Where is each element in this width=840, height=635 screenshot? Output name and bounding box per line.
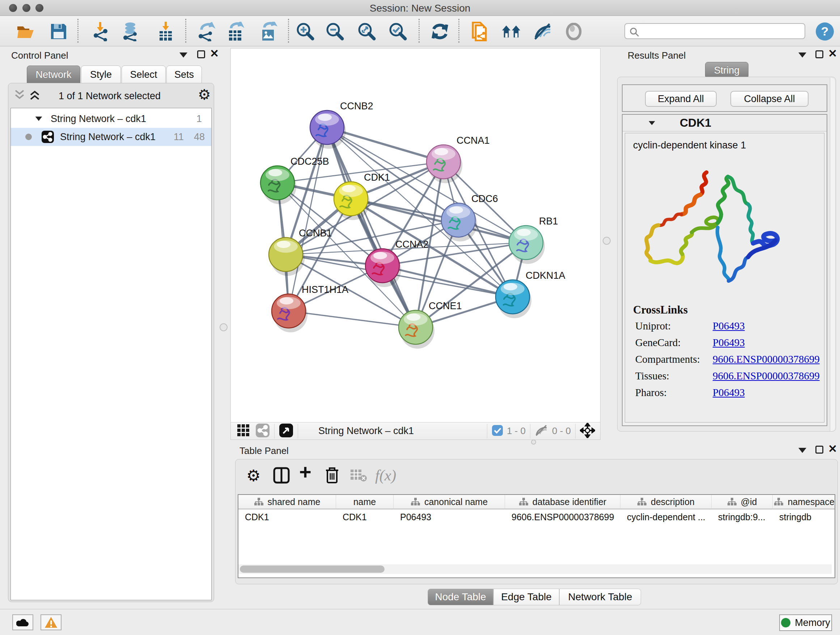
network-options-gear-icon[interactable]: ⚙ — [198, 86, 211, 103]
crosslink-link[interactable]: P06493 — [713, 386, 745, 399]
column-header-description[interactable]: description — [621, 495, 712, 509]
right-splitter-handle[interactable] — [603, 237, 611, 245]
results-panel-float-icon[interactable] — [815, 50, 823, 58]
network-selection-status: 1 of 1 Network selected — [8, 90, 211, 102]
table-panel-menu-caret-icon[interactable] — [798, 448, 806, 453]
show-eye-icon — [564, 21, 584, 42]
left-splitter-handle[interactable] — [219, 323, 227, 331]
network-share-view-icon[interactable] — [256, 423, 270, 439]
network-canvas[interactable]: CCNB2CCNA1CDC25BCDK1CDC6RB1CCNB1CCNA2CDK… — [231, 49, 600, 422]
table-hscrollbar-thumb[interactable] — [240, 565, 385, 573]
network-row-selected[interactable]: String Network – cdk1 11 48 — [11, 128, 211, 146]
crosslink-link[interactable]: P06493 — [713, 320, 745, 332]
gene-details: cyclin-dependent kinase 1 — [625, 133, 824, 423]
string-import-icon[interactable] — [470, 21, 490, 42]
node-CDK1[interactable]: CDK1 — [334, 172, 390, 220]
memory-button[interactable]: Memory — [779, 614, 832, 631]
help-icon[interactable]: ? — [815, 21, 835, 42]
column-header--id[interactable]: @id — [712, 495, 773, 509]
zoom-out-icon[interactable] — [325, 21, 345, 42]
column-header-name[interactable]: name — [336, 495, 393, 509]
tab-sets[interactable]: Sets — [166, 65, 202, 84]
save-session-icon[interactable] — [49, 21, 69, 42]
results-panel-close-icon[interactable]: ✕ — [828, 50, 837, 57]
tab-edge-table[interactable]: Edge Table — [493, 589, 559, 605]
export-image-icon[interactable] — [258, 21, 279, 42]
birdseye-view-icon[interactable] — [279, 423, 294, 439]
crosslink-link[interactable]: P06493 — [713, 337, 745, 348]
hide-unhide-icon[interactable] — [532, 21, 553, 42]
export-table-icon[interactable] — [226, 21, 246, 42]
crosslink-link[interactable]: 9606.ENSP00000378699 — [713, 370, 820, 382]
tab-node-table[interactable]: Node Table — [428, 589, 493, 605]
table-panel-float-icon[interactable] — [815, 446, 823, 454]
column-header-shared-name[interactable]: shared name — [238, 495, 336, 509]
zoom-fit-icon[interactable] — [357, 21, 377, 42]
column-header-canonical-name[interactable]: canonical name — [393, 495, 505, 509]
results-scrollbar[interactable] — [830, 78, 835, 431]
results-panel-menu-caret-icon[interactable] — [798, 52, 806, 57]
show-columns-icon[interactable] — [273, 466, 290, 485]
table-cell[interactable]: stringdb — [773, 510, 835, 524]
table-cell[interactable]: CDK1 — [238, 510, 336, 524]
import-table-icon[interactable] — [156, 21, 176, 42]
expand-all-button[interactable]: Expand All — [645, 91, 717, 107]
export-network-icon[interactable] — [196, 21, 216, 42]
column-header-namespace[interactable]: namespace — [773, 495, 835, 509]
selected-checkbox-icon[interactable] — [492, 424, 503, 438]
node-HIST1H1A[interactable]: HIST1H1A — [272, 284, 348, 333]
node-CCNE1[interactable]: CCNE1 — [399, 301, 462, 348]
warnings-button[interactable] — [41, 614, 62, 630]
table-cell[interactable]: 9606.ENSP00000378699 — [505, 510, 621, 524]
column-header-database-identifier[interactable]: database identifier — [505, 495, 621, 509]
network-collection-row[interactable]: String Network – cdk1 1 — [11, 110, 211, 128]
table-options-gear-icon[interactable]: ⚙ — [246, 466, 261, 485]
gene-collapse-caret-icon[interactable] — [649, 121, 655, 125]
tab-network-table[interactable]: Network Table — [559, 589, 641, 605]
hierarchy-icon — [727, 497, 737, 506]
edge-CCNB2-CCNE1[interactable] — [327, 127, 416, 327]
zoom-selected-icon[interactable] — [388, 21, 408, 42]
import-network-icon[interactable] — [91, 21, 111, 42]
bottom-splitter-handle[interactable] — [531, 440, 536, 445]
gene-section-header[interactable]: CDK1 — [622, 115, 827, 131]
memory-label: Memory — [795, 617, 830, 629]
node-CDKN1A[interactable]: CDKN1A — [496, 270, 565, 318]
home-networks-icon[interactable] — [501, 21, 522, 42]
collection-expand-caret-icon[interactable] — [35, 117, 42, 121]
tab-network[interactable]: Network — [27, 65, 80, 84]
delete-column-icon[interactable] — [325, 466, 340, 485]
crosslink-link[interactable]: 9606.ENSP00000378699 — [713, 353, 820, 365]
control-panel-close-icon[interactable]: ✕ — [210, 50, 219, 57]
node-CCNB2[interactable]: CCNB2 — [310, 101, 373, 149]
edge-CCNB2-HIST1H1A[interactable] — [289, 127, 327, 311]
node-RB1[interactable]: RB1 — [509, 216, 558, 264]
network-view[interactable]: CCNB2CCNA1CDC25BCDK1CDC6RB1CCNB1CCNA2CDK… — [231, 48, 600, 440]
table-cell[interactable]: cyclin-dependent ... — [621, 510, 712, 524]
refresh-icon[interactable] — [430, 21, 450, 42]
table-cell[interactable]: stringdb:9... — [712, 510, 773, 524]
control-panel-float-icon[interactable] — [197, 50, 205, 58]
zoom-in-icon[interactable] — [295, 21, 316, 42]
tab-style[interactable]: Style — [81, 65, 121, 84]
table-cell[interactable]: CDK1 — [336, 510, 393, 524]
table-cell[interactable]: P06493 — [393, 510, 505, 524]
network-current-dot-icon — [25, 134, 32, 140]
search-input[interactable] — [643, 25, 802, 38]
control-panel-menu-caret-icon[interactable] — [180, 52, 187, 57]
node-CCNA1[interactable]: CCNA1 — [426, 135, 490, 183]
cloud-button[interactable] — [12, 614, 33, 630]
import-network-database-icon[interactable] — [120, 21, 141, 42]
tab-string[interactable]: String — [705, 62, 748, 79]
table-panel-close-icon[interactable]: ✕ — [828, 445, 837, 453]
node-CCNB1[interactable]: CCNB1 — [269, 228, 332, 276]
search-field[interactable] — [624, 23, 805, 39]
open-session-icon[interactable] — [15, 21, 35, 42]
tab-select[interactable]: Select — [122, 65, 166, 84]
fit-selected-crosshair-icon[interactable] — [580, 423, 595, 440]
collapse-all-button[interactable]: Collapse All — [730, 91, 808, 107]
table-hscrollbar[interactable] — [238, 564, 832, 574]
add-column-icon[interactable]: + — [299, 462, 311, 481]
edge-HIST1H1A-CCNE1[interactable] — [289, 311, 416, 327]
grid-view-icon[interactable] — [237, 424, 250, 439]
